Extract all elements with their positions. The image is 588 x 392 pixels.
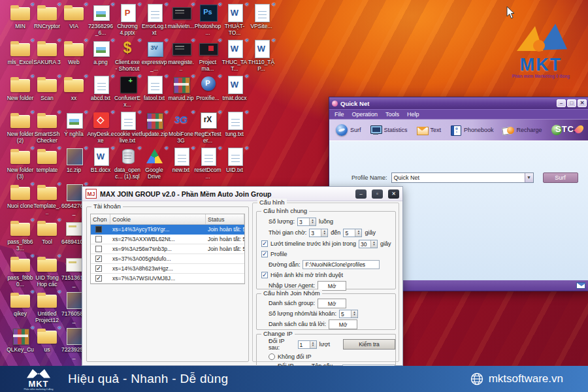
spinner-arrows-icon[interactable] xyxy=(309,218,316,225)
minimize-button[interactable]: – xyxy=(557,99,566,107)
check-ip-button[interactable]: Kiểm tra xyxy=(343,339,395,350)
desktop-icon[interactable]: fatool.txt xyxy=(140,74,168,101)
spinner-arrows-icon[interactable] xyxy=(351,310,357,318)
desktop-icon[interactable]: mailvietn... xyxy=(167,3,195,29)
no-change-ip-radio[interactable] xyxy=(269,353,275,360)
desktop-icon[interactable]: RNCryptor xyxy=(33,3,61,29)
menu-item[interactable]: Tools xyxy=(385,111,399,118)
column-header-chon[interactable]: Chọn xyxy=(91,214,110,224)
profile-name-combobox[interactable]: Quick Net ▼ xyxy=(391,172,534,183)
desktop-icon[interactable]: ConfuserEx... xyxy=(114,74,141,108)
desktop-icon[interactable]: data_openc... (1).sql xyxy=(114,146,141,180)
menu-item[interactable]: Operation xyxy=(352,111,378,118)
desktop-icon[interactable]: Chương 4.pptx xyxy=(114,3,141,36)
desktop-icon[interactable]: pass_f8bb0... xyxy=(7,254,34,287)
desktop-icon[interactable]: Web xyxy=(60,39,88,65)
desktop-icon[interactable]: Scan xyxy=(33,74,61,101)
thread-count-spinner[interactable]: 3 xyxy=(297,218,316,226)
combobox-dropdown-button[interactable]: ▼ xyxy=(525,173,533,182)
row-checkbox[interactable] xyxy=(95,255,102,262)
desktop-icon[interactable]: Proxifie... xyxy=(194,74,221,101)
spinner-arrows-icon[interactable] xyxy=(321,229,327,237)
maximize-button[interactable]: ▫ xyxy=(372,189,383,199)
close-button[interactable]: ✕ xyxy=(388,189,399,199)
desktop-icon[interactable]: 72368296_6... xyxy=(87,3,114,36)
surf-button[interactable]: Surf xyxy=(543,172,578,183)
desktop-icon[interactable]: New folder (3) xyxy=(7,146,34,180)
desktop-icon[interactable]: TH110_TẬP... xyxy=(248,39,275,72)
column-header-cookie[interactable]: Cookie xyxy=(110,214,206,224)
group-list-open-button[interactable]: Mở xyxy=(318,299,346,308)
table-row[interactable]: xs=37%3A005gNdufo... xyxy=(91,254,244,264)
desktop-icon[interactable]: expressvp_... xyxy=(140,39,168,72)
desktop-icon[interactable]: New folder xyxy=(7,74,34,101)
row-checkbox[interactable] xyxy=(95,275,102,282)
column-header-status[interactable]: Status xyxy=(206,214,244,224)
timeline-spinner[interactable]: 30 xyxy=(359,240,378,248)
spinner-arrows-icon[interactable] xyxy=(370,240,377,248)
desktop-icon[interactable]: Photoshop... xyxy=(194,3,221,36)
row-checkbox[interactable] xyxy=(95,246,102,252)
groups-per-account-spinner[interactable]: 5 xyxy=(339,310,358,318)
desktop-icon[interactable]: MobiFone 3G xyxy=(167,110,195,144)
row-checkbox[interactable] xyxy=(95,236,102,242)
desktop-icon[interactable]: a.png xyxy=(87,39,114,65)
desktop-icon[interactable]: Template_... xyxy=(33,182,61,216)
desktop-icon[interactable]: Google Drive xyxy=(140,146,168,180)
desktop-icon[interactable]: AnyDesk.exe xyxy=(87,110,114,144)
toolbar-button[interactable]: Phonebook xyxy=(449,124,494,136)
desktop-icon[interactable]: SAKURA 3 xyxy=(33,39,61,65)
desktop-icon[interactable]: Project ma... xyxy=(194,39,221,72)
desktop-icon[interactable]: ErrorLog.txt xyxy=(140,3,168,36)
desktop-icon[interactable]: fupdate.zip xyxy=(140,110,168,137)
maximize-button[interactable]: □ xyxy=(567,99,576,107)
desktop-icon[interactable]: tung.txt xyxy=(221,110,248,137)
footer-website[interactable]: mktsoftware.vn xyxy=(489,372,563,385)
table-row[interactable]: xs=14%3AycyTk9Ygr... Join hoàn tất: 5/5 xyxy=(91,225,244,235)
quicknet-titlebar[interactable]: Quick Net – □ ✕ xyxy=(329,97,588,109)
desktop-icon[interactable]: Nuoi clone xyxy=(7,182,34,209)
wait-to-spinner[interactable]: 5 xyxy=(343,229,362,237)
row-checkbox[interactable] xyxy=(95,226,102,233)
desktop-icon[interactable]: VIA xyxy=(60,3,88,29)
desktop-icon[interactable]: VPSite... xyxy=(248,3,275,29)
desktop-icon[interactable]: abcd.txt xyxy=(87,74,114,101)
desktop-icon[interactable]: B1.docx xyxy=(87,146,114,173)
close-button[interactable]: ✕ xyxy=(578,99,587,107)
desktop-icon[interactable]: UID.txt xyxy=(221,146,248,173)
desktop-icon[interactable]: MIN xyxy=(7,3,34,29)
desktop-icon[interactable]: new.txt xyxy=(167,146,195,173)
desktop-icon[interactable]: xx xyxy=(60,74,88,101)
timeline-checkbox[interactable] xyxy=(261,240,268,247)
desktop-icon[interactable]: pass_f8b63... xyxy=(7,218,34,252)
wait-from-spinner[interactable]: 3 xyxy=(309,229,328,237)
answer-list-open-button[interactable]: Mở xyxy=(329,319,357,329)
desktop-icon[interactable]: UID Tong Hop các G... xyxy=(33,254,61,288)
toolbar-button[interactable]: Recharge xyxy=(502,124,542,136)
desktop-icon[interactable]: tmat.docx xyxy=(221,74,248,101)
desktop-icon[interactable]: QLKey_Cu xyxy=(7,326,34,353)
desktop-icon[interactable]: cookie viet live.txt xyxy=(114,110,141,144)
table-row[interactable]: xs=14%3A8h623wHgz... xyxy=(91,264,244,274)
toolbar-button[interactable]: Surf xyxy=(336,124,361,136)
desktop-icon[interactable]: SmartSSh Checker xyxy=(33,110,61,144)
desktop-icon[interactable]: qikey xyxy=(7,290,34,317)
desktop-icon[interactable]: New folder (2) xyxy=(7,110,34,144)
path-input[interactable]: F:\NuoiNikClone\profiles xyxy=(302,260,380,269)
user-agent-open-button[interactable]: Mở xyxy=(318,281,346,291)
desktop-icon[interactable]: Client.exe - Shortcut xyxy=(114,39,141,72)
desktop-icon[interactable]: 1c.zip xyxy=(60,146,88,173)
spinner-arrows-icon[interactable] xyxy=(355,229,361,237)
table-row[interactable]: xs=9%3Az56w7snb3p... Join hoàn tất: 5/5 xyxy=(91,244,244,254)
desktop-icon[interactable]: THUC_TAT... xyxy=(221,39,248,72)
desktop-icon[interactable]: maregiste... xyxy=(167,39,195,72)
mail-status-icon[interactable] xyxy=(576,282,585,289)
desktop-icon[interactable]: RegExTester... xyxy=(194,110,221,144)
menu-item[interactable]: Help xyxy=(407,111,419,118)
table-row[interactable]: xs=27%3AXXWBL62Nt... Join hoàn tất: 5/5 xyxy=(91,235,244,244)
desktop-icon[interactable]: resetDcom... xyxy=(194,146,221,180)
desktop-icon[interactable]: template xyxy=(33,146,61,173)
minimize-button[interactable]: – xyxy=(355,189,367,199)
toolbar-button[interactable]: Statistics xyxy=(370,124,408,136)
desktop-icon[interactable]: Untitled Project12 xyxy=(33,290,61,323)
